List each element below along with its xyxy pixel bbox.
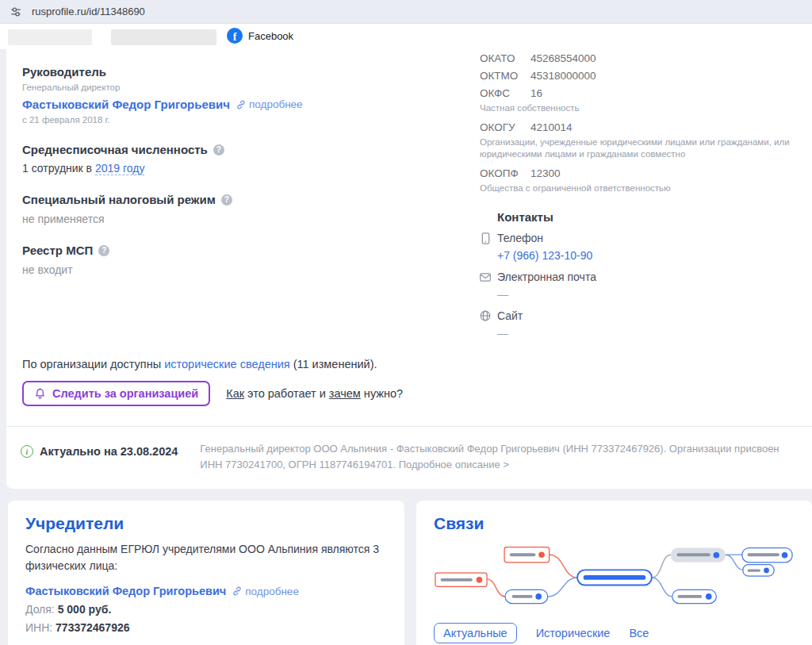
director-details-link[interactable]: подробнее	[236, 98, 303, 110]
facebook-link[interactable]: f Facebook	[227, 28, 293, 44]
diagram-node-gray[interactable]	[671, 548, 726, 562]
full-description-link[interactable]: Подробное описание >	[399, 459, 509, 470]
diagram-node-blue-left[interactable]	[505, 590, 548, 604]
founder-item: Фастыковский Федор Григорьевич подробнее…	[25, 585, 387, 636]
tab-actual[interactable]: Актуальные	[434, 623, 517, 643]
tab-all[interactable]: Все	[629, 627, 649, 639]
site-value: —	[497, 327, 812, 340]
founder-name-link[interactable]: Фастыковский Федор Григорьевич	[25, 585, 226, 597]
headcount-year-link[interactable]: 2019 году	[95, 162, 144, 175]
site-settings-icon[interactable]	[10, 6, 22, 18]
founder-share: 5 000 руб.	[58, 603, 112, 616]
page: rusprofile.ru/id/11348690 f Facebook Рук…	[0, 0, 812, 645]
email-value: —	[497, 288, 812, 301]
tax-regime-section: Специальный налоговый режим ? не применя…	[22, 193, 480, 225]
bell-icon	[34, 387, 46, 400]
how-link[interactable]: Как	[226, 387, 244, 400]
code-okogu: ОКОГУ4210014	[480, 121, 812, 133]
actuality-date: Актуально на 23.08.2024	[40, 445, 178, 458]
phone-label: Телефон	[497, 232, 543, 244]
headcount-value: 1 сотрудник в	[22, 162, 95, 175]
placeholder-block	[111, 29, 216, 45]
placeholder-block	[8, 29, 92, 45]
help-icon[interactable]: ?	[221, 194, 232, 205]
follow-button-label: Следить за организацией	[52, 387, 198, 400]
help-icon[interactable]: ?	[98, 245, 109, 256]
help-icon[interactable]: ?	[213, 144, 224, 155]
facebook-label: Facebook	[248, 30, 293, 42]
diagram-node-bottom-right[interactable]	[672, 590, 717, 604]
director-label: Руководитель	[22, 65, 480, 79]
code-okfs: ОКФС16	[480, 87, 812, 99]
code-okato: ОКАТО45268554000	[480, 52, 812, 64]
facebook-icon: f	[227, 28, 243, 44]
info-icon: i	[21, 445, 33, 458]
connections-diagram[interactable]	[434, 541, 795, 613]
follow-organization-button[interactable]: Следить за организацией	[22, 381, 210, 406]
company-overview-card: Руководитель Генеральный директор Фастык…	[6, 49, 812, 489]
code-okopf-desc: Общества с ограниченной ответственностью	[480, 182, 799, 195]
site-label: Сайт	[497, 309, 523, 322]
email-label: Электронная почта	[497, 271, 596, 283]
phone-icon	[480, 232, 491, 244]
history-note: По организации доступны исторические све…	[6, 358, 812, 370]
actuality-section: i Актуально на 23.08.2024 Генеральный ди…	[6, 427, 812, 489]
how-it-works-text: Как это работает и зачем нужно?	[226, 387, 403, 400]
diagram-node-right-small[interactable]	[743, 565, 774, 576]
tax-regime-value: не применяется	[22, 213, 480, 225]
code-okopf: ОКОПФ12300	[480, 167, 812, 179]
phone-number-link[interactable]: +7 (966) 123-10-90	[497, 249, 812, 262]
code-oktmo: ОКТМО45318000000	[480, 70, 812, 82]
msp-value: не входит	[22, 263, 480, 276]
msp-label: Реестр МСП	[22, 244, 93, 257]
browser-url-bar[interactable]: rusprofile.ru/id/11348690	[0, 0, 812, 24]
contacts-section: Контакты Телефон +7 (966) 123-10-90 Элек…	[480, 210, 812, 340]
director-position: Генеральный директор	[22, 83, 480, 92]
actuality-summary: Генеральный директор ООО Альпиния - Фаст…	[200, 439, 801, 473]
why-link[interactable]: зачем	[329, 387, 361, 400]
contacts-label: Контакты	[497, 210, 812, 224]
tax-regime-label: Специальный налоговый режим	[22, 193, 216, 206]
code-okogu-desc: Организации, учрежденные юридическими ли…	[480, 136, 799, 161]
diagram-node-red-left[interactable]	[435, 574, 487, 587]
msp-registry-section: Реестр МСП ? не входит	[22, 244, 480, 276]
director-name-link[interactable]: Фастыковский Федор Григорьевич	[22, 98, 230, 111]
headcount-section: Среднесписочная численность ? 1 сотрудни…	[22, 143, 480, 175]
diagram-node-right-top[interactable]	[742, 548, 792, 562]
founders-intro: Согласно данным ЕГРЮЛ учредителями ООО А…	[25, 541, 387, 574]
connections-tabs: Актуальные Исторические Все	[434, 623, 795, 643]
diagram-node-red-top[interactable]	[504, 547, 550, 562]
founders-title: Учредители	[25, 514, 387, 533]
chain-link-icon	[236, 100, 246, 109]
director-section: Руководитель Генеральный директор Фастык…	[22, 65, 480, 125]
founder-inn: 773372467926	[56, 621, 129, 634]
tab-historical[interactable]: Исторические	[536, 627, 611, 639]
connections-card: Связи	[416, 501, 812, 645]
founder-details-link[interactable]: подробнее	[232, 585, 299, 597]
url-text[interactable]: rusprofile.ru/id/11348690	[32, 6, 145, 17]
email-icon	[480, 273, 491, 282]
connections-title: Связи	[434, 514, 795, 533]
chain-link-icon	[232, 586, 242, 596]
site-header: f Facebook	[0, 24, 812, 49]
code-okfs-desc: Частная собственность	[480, 102, 799, 115]
director-since: с 21 февраля 2018 г.	[22, 115, 480, 125]
globe-icon	[480, 310, 491, 321]
founders-card: Учредители Согласно данным ЕГРЮЛ учредит…	[8, 501, 404, 645]
history-link[interactable]: исторические сведения	[164, 358, 289, 370]
headcount-label: Среднесписочная численность	[22, 143, 208, 156]
diagram-node-center[interactable]	[577, 570, 652, 585]
